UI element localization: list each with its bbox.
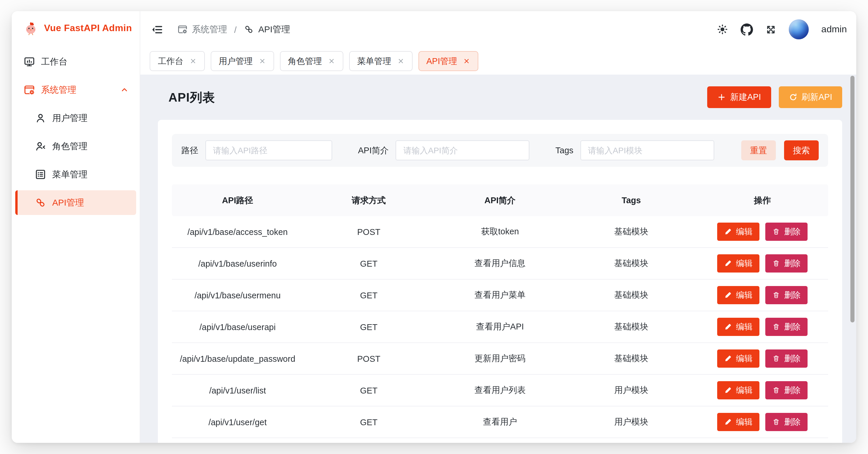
plus-icon bbox=[717, 93, 726, 102]
tab-label: 菜单管理 bbox=[357, 56, 391, 67]
close-icon[interactable] bbox=[258, 58, 266, 65]
user-avatar[interactable] bbox=[789, 19, 809, 39]
breadcrumb-current[interactable]: API管理 bbox=[244, 24, 290, 35]
edit-button[interactable]: 编辑 bbox=[717, 254, 760, 273]
trash-icon bbox=[772, 355, 780, 362]
pencil-icon bbox=[724, 418, 732, 426]
cell-tags: 用户模块 bbox=[566, 385, 697, 396]
tab[interactable]: API管理 bbox=[418, 51, 478, 71]
cell-method: GET bbox=[303, 322, 434, 332]
delete-button[interactable]: 删除 bbox=[765, 223, 808, 241]
search-button[interactable]: 搜索 bbox=[784, 140, 819, 160]
edit-button[interactable]: 编辑 bbox=[717, 349, 760, 368]
sidebar-item-users[interactable]: 用户管理 bbox=[15, 106, 136, 131]
close-icon[interactable] bbox=[189, 58, 196, 65]
trash-icon bbox=[772, 228, 780, 235]
cell-path: /api/v1/base/update_password bbox=[172, 354, 303, 363]
sidebar-item-menus[interactable]: 菜单管理 bbox=[15, 162, 136, 187]
page-actions: 新建API 刷新API bbox=[708, 86, 842, 108]
cell-summary: 查看用户信息 bbox=[434, 258, 565, 269]
column-header-method: 请求方式 bbox=[303, 195, 434, 206]
path-input[interactable] bbox=[206, 140, 332, 160]
filter-summary-group: API简介 bbox=[358, 140, 530, 160]
sidebar-item-system[interactable]: 系统管理 bbox=[15, 78, 136, 102]
column-header-actions: 操作 bbox=[697, 195, 828, 206]
sidebar-item-roles[interactable]: 角色管理 bbox=[15, 134, 136, 159]
delete-button[interactable]: 删除 bbox=[765, 286, 808, 304]
cell-method: GET bbox=[303, 417, 434, 427]
cell-tags: 基础模块 bbox=[566, 258, 697, 269]
tab[interactable]: 菜单管理 bbox=[349, 51, 412, 71]
cell-tags: 基础模块 bbox=[566, 321, 697, 333]
fullscreen-icon[interactable] bbox=[766, 24, 777, 35]
trash-icon bbox=[772, 387, 780, 394]
tab-label: 工作台 bbox=[158, 56, 183, 67]
chevron-up-icon bbox=[120, 85, 129, 94]
edit-label: 编辑 bbox=[736, 290, 752, 301]
summary-input[interactable] bbox=[396, 140, 530, 160]
sidebar-item-api[interactable]: API管理 bbox=[15, 190, 136, 215]
column-header-path: API路径 bbox=[172, 195, 303, 206]
reset-label: 重置 bbox=[750, 145, 767, 156]
scrollbar-thumb[interactable] bbox=[850, 76, 855, 322]
theme-toggle-sun-icon[interactable] bbox=[717, 24, 728, 35]
sidebar-item-label: 角色管理 bbox=[52, 141, 88, 152]
cell-summary: 获取token bbox=[434, 226, 565, 237]
sidebar-menu: 工作台 系统管理 bbox=[12, 49, 140, 215]
cell-summary: 查看用户列表 bbox=[434, 385, 565, 396]
cell-method: POST bbox=[303, 227, 434, 236]
cell-path: /api/v1/base/usermenu bbox=[172, 290, 303, 300]
delete-label: 删除 bbox=[784, 417, 801, 427]
delete-button[interactable]: 删除 bbox=[765, 254, 808, 273]
pencil-icon bbox=[724, 355, 732, 362]
tab-label: API管理 bbox=[426, 56, 457, 67]
close-icon[interactable] bbox=[397, 58, 404, 65]
new-api-button[interactable]: 新建API bbox=[708, 86, 771, 108]
delete-button[interactable]: 删除 bbox=[765, 381, 808, 399]
tab[interactable]: 用户管理 bbox=[210, 51, 274, 71]
breadcrumb-parent[interactable]: 系统管理 bbox=[177, 24, 227, 35]
tags-input[interactable] bbox=[581, 140, 714, 160]
table-row: /api/v1/base/update_password POST 更新用户密码… bbox=[172, 343, 828, 375]
pencil-icon bbox=[724, 260, 732, 267]
cell-summary: 更新用户密码 bbox=[434, 353, 565, 364]
user-icon bbox=[35, 112, 46, 124]
cell-actions: 编辑 bbox=[697, 413, 828, 431]
pencil-icon bbox=[724, 291, 732, 299]
close-icon[interactable] bbox=[328, 58, 335, 65]
sidebar-collapse-icon[interactable] bbox=[151, 23, 163, 35]
filter-bar: 路径 API简介 Tags 重置 bbox=[172, 134, 828, 167]
edit-button[interactable]: 编辑 bbox=[717, 286, 760, 304]
refresh-api-button[interactable]: 刷新API bbox=[778, 86, 842, 108]
username[interactable]: admin bbox=[822, 24, 847, 35]
cell-tags: 基础模块 bbox=[566, 289, 697, 301]
edit-button[interactable]: 编辑 bbox=[717, 381, 760, 399]
api-table: API路径 请求方式 API简介 Tags 操作 /api/v1/base/ac… bbox=[172, 185, 828, 438]
brand-logo[interactable]: Vue FastAPI Admin bbox=[12, 11, 140, 36]
close-icon[interactable] bbox=[463, 58, 470, 65]
filter-path-group: 路径 bbox=[181, 140, 332, 160]
table-row: /api/v1/base/access_token POST 获取token 基… bbox=[172, 216, 828, 248]
github-icon[interactable] bbox=[741, 23, 753, 35]
delete-button[interactable]: 删除 bbox=[765, 318, 808, 336]
tab[interactable]: 角色管理 bbox=[280, 51, 343, 71]
breadcrumb-parent-label: 系统管理 bbox=[192, 24, 227, 35]
column-header-summary: API简介 bbox=[434, 195, 565, 206]
sidebar-item-label: 系统管理 bbox=[41, 84, 76, 95]
reset-button[interactable]: 重置 bbox=[741, 140, 776, 160]
sidebar-item-label: API管理 bbox=[52, 197, 84, 208]
edit-button[interactable]: 编辑 bbox=[717, 223, 760, 241]
edit-button[interactable]: 编辑 bbox=[717, 413, 760, 431]
edit-label: 编辑 bbox=[736, 321, 752, 332]
sidebar-item-workbench[interactable]: 工作台 bbox=[15, 49, 136, 74]
trash-icon bbox=[772, 323, 780, 331]
table-row: /api/v1/user/list GET 查看用户列表 用户模块 bbox=[172, 375, 828, 406]
edit-button[interactable]: 编辑 bbox=[717, 318, 760, 336]
new-api-label: 新建API bbox=[731, 92, 761, 103]
tab[interactable]: 工作台 bbox=[150, 51, 205, 71]
monitor-icon bbox=[24, 56, 35, 67]
delete-button[interactable]: 删除 bbox=[765, 413, 808, 431]
cell-tags: 基础模块 bbox=[566, 226, 697, 237]
filter-tags-group: Tags bbox=[556, 140, 714, 160]
delete-button[interactable]: 删除 bbox=[765, 349, 808, 368]
